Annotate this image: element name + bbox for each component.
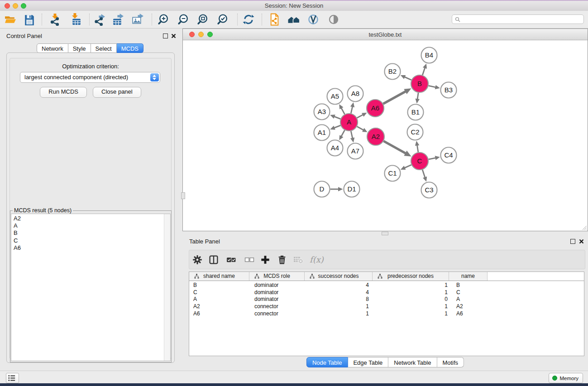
column-header-predecessor-nodes[interactable]: predecessor nodes bbox=[373, 272, 449, 281]
open-session-file-icon[interactable] bbox=[268, 13, 281, 26]
graph-edge-A6-B[interactable] bbox=[383, 91, 406, 104]
graph-edge-B-B3[interactable] bbox=[429, 86, 436, 87]
network-canvas[interactable]: B4B2BB3A8A5A6A3B1AA1C2A2A4A7C4CC1C3DD1 bbox=[183, 40, 588, 231]
graph-node-A2[interactable]: A2 bbox=[367, 128, 384, 145]
import-network-icon[interactable] bbox=[49, 13, 62, 26]
splitter-handle-bottom[interactable] bbox=[382, 232, 388, 235]
table-float-icon[interactable] bbox=[570, 239, 575, 244]
graph-edge-A-A8[interactable] bbox=[351, 106, 352, 113]
graph-edge-A-A3[interactable] bbox=[334, 116, 340, 119]
graph-node-A4[interactable]: A4 bbox=[327, 140, 343, 156]
graph-edge-C-C4[interactable] bbox=[429, 158, 436, 159]
table-row[interactable]: Adominator80A bbox=[189, 295, 584, 303]
graph-edge-A-A1[interactable] bbox=[334, 125, 340, 128]
function-builder-icon[interactable]: f(x) bbox=[310, 255, 325, 265]
search-field[interactable] bbox=[452, 14, 584, 24]
graph-edge-B-B4[interactable] bbox=[422, 68, 425, 76]
table-close-icon[interactable] bbox=[579, 239, 584, 244]
graph-node-D[interactable]: D bbox=[314, 181, 330, 197]
apply-layout-icon[interactable] bbox=[287, 13, 300, 26]
graph-edge-B-B1[interactable] bbox=[417, 93, 418, 99]
graph-node-B2[interactable]: B2 bbox=[385, 64, 401, 80]
graph-edge-B-B2[interactable] bbox=[404, 77, 411, 80]
graph-node-B[interactable]: B bbox=[411, 75, 428, 92]
graph-node-A5[interactable]: A5 bbox=[327, 89, 343, 105]
graph-node-C3[interactable]: C3 bbox=[421, 182, 437, 198]
mcds-result-list[interactable]: A2ABCA6 bbox=[11, 214, 171, 361]
graph-edge-C-C1[interactable] bbox=[404, 165, 411, 168]
zoom-selected-icon[interactable] bbox=[217, 13, 229, 26]
graph-node-B4[interactable]: B4 bbox=[421, 48, 437, 63]
result-scrollbar[interactable] bbox=[164, 214, 170, 361]
graph-node-A3[interactable]: A3 bbox=[314, 104, 330, 120]
tab-network[interactable]: Network bbox=[37, 43, 68, 53]
open-session-icon[interactable] bbox=[4, 13, 17, 26]
graph-node-A[interactable]: A bbox=[340, 114, 358, 131]
memory-button[interactable]: Memory bbox=[549, 373, 583, 383]
close-panel-icon[interactable] bbox=[171, 33, 176, 38]
graph-node-C[interactable]: C bbox=[411, 152, 428, 170]
tab-select[interactable]: Select bbox=[91, 43, 117, 53]
hide-panel-eye-icon[interactable] bbox=[327, 13, 340, 26]
tab-edge-table[interactable]: Edge Table bbox=[348, 357, 388, 367]
graph-edge-A-A7[interactable] bbox=[351, 131, 353, 138]
add-column-icon[interactable] bbox=[260, 255, 270, 265]
graph-node-A7[interactable]: A7 bbox=[348, 143, 363, 159]
close-panel-button[interactable]: Close panel bbox=[93, 87, 141, 98]
graph-edge-A2-C[interactable] bbox=[383, 141, 406, 153]
zoom-fit-icon[interactable] bbox=[197, 13, 210, 26]
graph-node-A6[interactable]: A6 bbox=[367, 100, 384, 117]
run-mcds-button[interactable]: Run MCDS bbox=[40, 87, 87, 98]
zoom-out-icon[interactable] bbox=[177, 13, 190, 26]
resize-grip-icon[interactable] bbox=[582, 225, 587, 230]
column-header-MCDS-role[interactable]: MCDS role bbox=[249, 272, 305, 281]
search-input[interactable] bbox=[462, 15, 582, 23]
select-all-icon[interactable] bbox=[226, 255, 236, 265]
graph-node-B1[interactable]: B1 bbox=[408, 105, 424, 120]
refresh-icon[interactable] bbox=[242, 13, 255, 26]
graph-edge-C-C2[interactable] bbox=[417, 145, 418, 152]
tab-node-table[interactable]: Node Table bbox=[306, 357, 348, 367]
graph-node-A1[interactable]: A1 bbox=[314, 125, 330, 141]
graph-node-A8[interactable]: A8 bbox=[348, 86, 363, 102]
export-network-icon[interactable] bbox=[93, 13, 106, 26]
table-settings-gear-icon[interactable] bbox=[192, 255, 202, 265]
table-row[interactable]: Bdominator41B bbox=[189, 281, 584, 289]
table-row[interactable]: A6connector11A6 bbox=[189, 310, 584, 317]
graph-node-C4[interactable]: C4 bbox=[441, 148, 457, 163]
graph-node-C1[interactable]: C1 bbox=[385, 166, 401, 181]
tab-network-table[interactable]: Network Table bbox=[388, 357, 437, 367]
graph-edge-A-A6[interactable] bbox=[357, 114, 363, 118]
mcds-result-group: MCDS result (5 nodes) A2ABCA6 bbox=[10, 210, 172, 362]
column-header-name[interactable]: name bbox=[449, 272, 488, 281]
network-window-titlebar[interactable]: testGlobe.txt bbox=[183, 29, 588, 40]
graph-edge-A-A5[interactable] bbox=[341, 108, 345, 114]
delete-table-icon[interactable] bbox=[293, 255, 303, 265]
import-table-icon[interactable] bbox=[70, 13, 82, 26]
task-history-button[interactable] bbox=[6, 373, 19, 383]
column-header-shared-name[interactable]: shared name bbox=[189, 272, 249, 281]
export-image-icon[interactable] bbox=[131, 13, 144, 26]
tab-style[interactable]: Style bbox=[68, 43, 91, 53]
criterion-dropdown[interactable]: largest connected component (directed) bbox=[20, 72, 160, 83]
vizmapper-icon[interactable] bbox=[307, 13, 320, 26]
tab-mcds[interactable]: MCDS bbox=[117, 43, 143, 53]
graph-node-B3[interactable]: B3 bbox=[441, 82, 457, 98]
float-panel-icon[interactable] bbox=[163, 33, 168, 38]
column-visibility-icon[interactable] bbox=[209, 255, 219, 265]
save-session-icon[interactable] bbox=[23, 13, 36, 26]
tab-motifs[interactable]: Motifs bbox=[437, 357, 464, 367]
deselect-all-icon[interactable] bbox=[244, 255, 254, 265]
graph-edge-A-A4[interactable] bbox=[341, 130, 345, 137]
table-row[interactable]: Cdominator41C bbox=[189, 289, 584, 296]
graph-edge-A-A2[interactable] bbox=[357, 127, 364, 130]
column-header-successor-nodes[interactable]: successor nodes bbox=[305, 272, 373, 281]
export-table-icon[interactable] bbox=[112, 13, 124, 26]
graph-edge-C-C3[interactable] bbox=[422, 170, 425, 177]
delete-column-trash-icon[interactable] bbox=[277, 255, 287, 265]
splitter-handle-left[interactable] bbox=[181, 192, 185, 199]
graph-node-D1[interactable]: D1 bbox=[344, 181, 360, 197]
graph-node-C2[interactable]: C2 bbox=[407, 124, 423, 140]
zoom-in-icon[interactable] bbox=[158, 13, 170, 26]
table-row[interactable]: A2connector11A2 bbox=[189, 303, 584, 310]
